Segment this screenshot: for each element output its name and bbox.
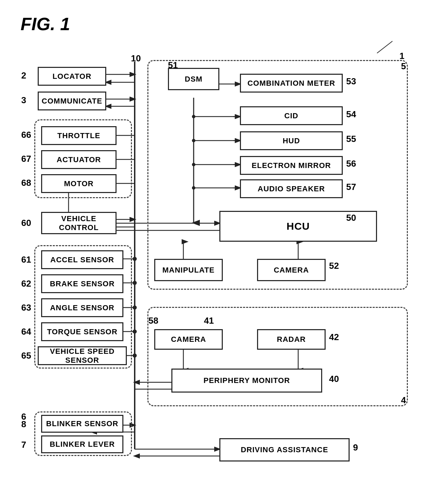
vehicle-control-box: VEHICLE CONTROL: [41, 212, 117, 234]
torque-sensor-box: TORQUE SENSOR: [41, 322, 123, 341]
ref-vss: 65: [21, 350, 31, 361]
region-5-dashed: [147, 60, 408, 290]
blinker-sensor-box: BLINKER SENSOR: [41, 415, 123, 433]
ref-radar: 42: [329, 332, 339, 343]
svg-line-49: [377, 41, 392, 53]
svg-point-19: [133, 329, 137, 334]
ref-dsm: 51: [168, 60, 178, 71]
ref-41: 41: [204, 315, 214, 326]
dsm-box: DSM: [168, 68, 219, 90]
ref-locator: 2: [21, 70, 26, 81]
ref-electron-mirror: 56: [346, 158, 356, 169]
ref-throttle: 66: [21, 130, 31, 140]
electron-mirror-box: ELECTRON MIRROR: [240, 156, 343, 175]
throttle-box: THROTTLE: [41, 126, 117, 145]
svg-point-13: [133, 257, 137, 261]
brake-sensor-box: BRAKE SENSOR: [41, 274, 123, 293]
svg-point-15: [133, 281, 137, 285]
diagram-container: FIG. 1 1: [0, 0, 425, 504]
audio-speaker-box: AUDIO SPEAKER: [240, 179, 343, 198]
hud-box: HUD: [240, 131, 343, 150]
combination-meter-box: COMBINATION METER: [240, 74, 343, 93]
ref-10: 10: [131, 53, 141, 64]
ref-periphery: 40: [329, 374, 339, 384]
radar-box: RADAR: [257, 329, 326, 350]
ref-motor: 68: [21, 178, 31, 188]
svg-point-17: [133, 305, 137, 310]
ref-blinker-sensor: 8: [21, 419, 26, 430]
fig-title: FIG. 1: [21, 14, 70, 34]
ref-accel: 61: [21, 254, 31, 265]
motor-box: MOTOR: [41, 174, 117, 193]
ref-comb-meter: 53: [346, 76, 356, 87]
ref-cid: 54: [346, 109, 356, 120]
ref-hcu: 50: [346, 213, 356, 223]
driving-assistance-box: DRIVING ASSISTANCE: [219, 438, 350, 461]
ref-angle: 63: [21, 302, 31, 313]
ref-hud: 55: [346, 134, 356, 144]
accel-sensor-box: ACCEL SENSOR: [41, 250, 123, 269]
ref-brake: 62: [21, 278, 31, 289]
manipulate-box: MANIPULATE: [154, 259, 223, 281]
actuator-box: ACTUATOR: [41, 150, 117, 169]
ref-5: 5: [401, 61, 406, 72]
ref-58: 58: [148, 315, 158, 326]
camera-hcu-box: CAMERA: [257, 259, 326, 281]
camera-pm-box: CAMERA: [154, 329, 223, 350]
ref-camera-52: 52: [329, 261, 339, 271]
communicate-box: COMMUNICATE: [38, 92, 106, 110]
blinker-lever-box: BLINKER LEVER: [41, 435, 123, 453]
ref-vehicle-control: 60: [21, 218, 31, 228]
svg-point-21: [133, 353, 137, 358]
locator-box: LOCATOR: [38, 67, 106, 86]
vehicle-speed-sensor-box: VEHICLE SPEED SENSOR: [38, 346, 127, 365]
ref-torque: 64: [21, 326, 31, 337]
ref-4: 4: [401, 395, 406, 406]
ref-actuator: 67: [21, 154, 31, 164]
ref-communicate: 3: [21, 95, 26, 106]
angle-sensor-box: ANGLE SENSOR: [41, 298, 123, 317]
ref-driving: 9: [353, 442, 358, 453]
ref-blinker-lever: 7: [21, 440, 26, 450]
periphery-monitor-box: PERIPHERY MONITOR: [171, 369, 322, 393]
ref-audio: 57: [346, 182, 356, 192]
cid-box: CID: [240, 106, 343, 125]
